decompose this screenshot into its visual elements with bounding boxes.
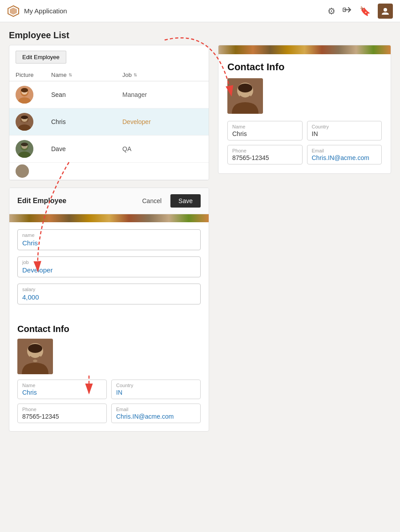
contact-fields: Name Chris Country IN Phone 87565-12345 … [218, 121, 391, 173]
col-picture-header: Picture [16, 72, 51, 78]
navbar-left: My Application [7, 5, 67, 17]
dave-picture-cell [16, 140, 51, 158]
right-country-field[interactable]: Country IN [307, 121, 382, 140]
svg-point-23 [238, 84, 252, 92]
bottom-email-value: Chris.IN@acme.com [116, 413, 196, 420]
table-row[interactable] [9, 163, 209, 180]
salary-input[interactable] [22, 293, 196, 301]
right-country-value: IN [312, 130, 377, 137]
name-input[interactable] [22, 239, 196, 247]
dialog-title: Edit Employee [17, 197, 66, 205]
right-phone-label: Phone [232, 148, 298, 153]
job-form-field: job [17, 256, 201, 277]
job-field-label: job [22, 260, 196, 265]
right-banner [218, 45, 391, 54]
dave-avatar [16, 140, 33, 158]
settings-icon[interactable]: ⚙ [327, 6, 335, 16]
dialog-body: name job salary [9, 214, 209, 431]
chris-job: Developer [122, 118, 202, 125]
job-input[interactable] [22, 266, 196, 274]
save-button[interactable]: Save [170, 194, 201, 208]
edit-employee-button[interactable]: Edit Employee [16, 51, 66, 64]
dave-job: QA [122, 145, 202, 152]
share-icon[interactable] [343, 5, 352, 17]
sean-name: Sean [51, 91, 122, 98]
bottom-contact-title: Contact Info [17, 318, 201, 339]
chris-name: Chris [51, 118, 122, 125]
bookmark-icon[interactable]: 🔖 [360, 6, 371, 16]
bottom-name-label: Name [22, 383, 102, 388]
job-col-label: Job [122, 72, 132, 78]
right-column: Contact Info Name Chris Country IN [209, 45, 391, 432]
job-field-box[interactable]: job [17, 256, 201, 277]
right-name-value: Chris [232, 130, 298, 137]
right-email-value: Chris.IN@acme.com [312, 154, 377, 161]
bottom-contact-section: Contact Info Name [9, 318, 209, 431]
table-header: Picture Name ⇅ Job ⇅ [9, 69, 209, 81]
right-name-label: Name [232, 124, 298, 129]
dialog-banner [9, 214, 209, 222]
name-form-field: name [17, 229, 201, 250]
svg-point-7 [21, 88, 28, 92]
chris-avatar [16, 113, 33, 131]
bottom-country-label: Country [116, 383, 196, 388]
table-row[interactable]: Sean Manager [9, 81, 209, 108]
edit-form: name job salary [9, 222, 209, 318]
navbar: My Application ⚙ 🔖 [0, 0, 400, 22]
edit-employee-dialog: Edit Employee Cancel Save name [9, 188, 209, 432]
sean-avatar [16, 86, 33, 104]
right-email-field[interactable]: Email Chris.IN@acme.com [307, 145, 382, 164]
salary-field-label: salary [22, 287, 196, 292]
bottom-country-field[interactable]: Country IN [111, 380, 201, 399]
bottom-email-label: Email [116, 407, 196, 412]
bottom-contact-fields: Name Chris Country IN Phone 87565-12345 [17, 380, 201, 423]
app-title: My Application [24, 7, 67, 15]
page-title: Employee List [0, 22, 400, 45]
right-phone-value: 87565-12345 [232, 154, 298, 161]
more-avatar [16, 164, 29, 178]
sean-job: Manager [122, 91, 202, 98]
user-avatar-btn[interactable] [378, 4, 393, 19]
table-row[interactable]: Chris Developer [9, 108, 209, 136]
svg-marker-1 [10, 8, 17, 15]
bottom-email-field[interactable]: Email Chris.IN@acme.com [111, 404, 201, 423]
name-col-label: Name [51, 72, 67, 78]
bottom-phone-value: 87565-12345 [22, 413, 102, 420]
col-job-header: Job ⇅ [122, 72, 202, 78]
bottom-contact-photo [17, 339, 53, 374]
right-country-label: Country [312, 124, 377, 129]
name-sort-icon[interactable]: ⇅ [69, 72, 72, 77]
contact-photo [227, 78, 263, 114]
svg-point-15 [21, 143, 28, 146]
bottom-phone-label: Phone [22, 407, 102, 412]
main-layout: Edit Employee Picture Name ⇅ Job ⇅ [0, 45, 400, 440]
svg-point-11 [21, 116, 28, 119]
employee-list-card: Edit Employee Picture Name ⇅ Job ⇅ [9, 45, 209, 180]
name-field-box[interactable]: name [17, 229, 201, 250]
sean-picture-cell [16, 86, 51, 104]
bottom-country-value: IN [116, 389, 196, 396]
right-phone-field[interactable]: Phone 87565-12345 [227, 145, 303, 164]
dave-name: Dave [51, 145, 122, 152]
svg-rect-16 [16, 164, 29, 178]
job-sort-icon[interactable]: ⇅ [133, 72, 137, 77]
dialog-actions: Cancel Save [137, 194, 201, 208]
dialog-header: Edit Employee Cancel Save [9, 188, 209, 214]
salary-form-field: salary [17, 284, 201, 304]
svg-point-19 [28, 344, 42, 353]
navbar-right: ⚙ 🔖 [327, 4, 393, 19]
svg-point-3 [384, 8, 387, 12]
cancel-button[interactable]: Cancel [137, 195, 166, 207]
contact-info-card: Contact Info Name Chris Country IN [218, 45, 391, 174]
left-column: Edit Employee Picture Name ⇅ Job ⇅ [9, 45, 209, 432]
app-logo-icon [7, 5, 20, 17]
more-avatar-cell [16, 164, 51, 178]
bottom-name-field[interactable]: Name Chris [17, 380, 107, 399]
bottom-phone-field[interactable]: Phone 87565-12345 [17, 404, 107, 423]
col-name-header: Name ⇅ [51, 72, 122, 78]
right-email-label: Email [312, 148, 377, 153]
right-name-field[interactable]: Name Chris [227, 121, 303, 140]
bottom-name-value: Chris [22, 389, 102, 396]
salary-field-box[interactable]: salary [17, 284, 201, 304]
table-row[interactable]: Dave QA [9, 136, 209, 163]
